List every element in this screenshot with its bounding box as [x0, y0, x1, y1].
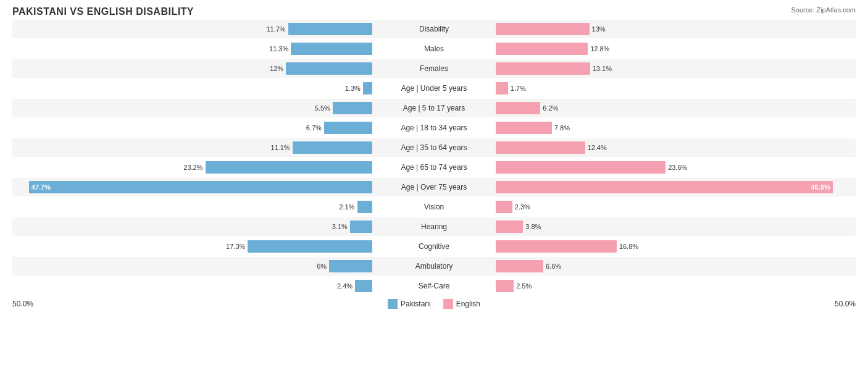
bar-english: [496, 260, 543, 272]
value-pakistani: 5.5%: [315, 104, 330, 112]
value-pakistani: 11.7%: [266, 25, 285, 33]
bar-english: 46.8%: [496, 181, 833, 193]
bar-pakistani: [248, 240, 372, 253]
table-row: 6.7%Age | 18 to 34 years7.8%: [12, 119, 856, 137]
value-english: 16.8%: [619, 243, 638, 250]
legend-english-box: [443, 299, 453, 309]
value-english: 2.5%: [516, 282, 532, 290]
table-row: 47.7%Age | Over 75 years46.8%: [12, 178, 856, 196]
value-pakistani: 23.2%: [183, 164, 202, 171]
scale-left: 50.0%: [12, 300, 33, 308]
bar-label: Disability: [372, 25, 496, 33]
bar-english: [496, 220, 523, 233]
chart-area: 11.7%Disability13%11.3%Males12.8%12%Fema…: [12, 20, 856, 295]
bar-pakistani: [288, 23, 372, 35]
bar-english: [496, 122, 552, 134]
bar-english: [496, 23, 590, 35]
bar-label: Vision: [372, 203, 496, 211]
legend-english-label: English: [456, 300, 480, 308]
bar-pakistani: 47.7%: [29, 181, 372, 193]
value-english: 6.6%: [546, 262, 561, 270]
value-english: 12.8%: [590, 45, 609, 52]
table-row: 5.5%Age | 5 to 17 years6.2%: [12, 99, 856, 117]
bar-english: [496, 62, 590, 75]
value-english: 46.8%: [811, 183, 830, 191]
table-row: 17.3%Cognitive16.8%: [12, 237, 856, 256]
legend-pakistani-box: [388, 299, 398, 309]
bar-label: Ambulatory: [372, 262, 496, 271]
source-label: Source: ZipAtlas.com: [791, 6, 856, 14]
value-pakistani: 47.7%: [31, 183, 51, 191]
value-pakistani: 2.4%: [337, 282, 353, 290]
value-english: 1.7%: [511, 85, 526, 92]
value-english: 2.3%: [515, 203, 530, 211]
table-row: 3.1%Hearing3.8%: [12, 217, 856, 236]
table-row: 1.3%Age | Under 5 years1.7%: [12, 79, 856, 98]
bar-label: Self-Care: [372, 282, 496, 290]
chart-footer: 50.0% Pakistani English 50.0%: [12, 299, 856, 309]
value-english: 6.2%: [543, 104, 558, 112]
value-pakistani: 3.1%: [332, 223, 348, 230]
bar-english: [496, 161, 666, 174]
bar-pakistani: [350, 220, 372, 233]
bar-english: [496, 240, 617, 253]
bar-english: [496, 82, 508, 94]
table-row: 6%Ambulatory6.6%: [12, 257, 856, 275]
value-pakistani: 1.3%: [345, 85, 361, 92]
bar-label: Males: [372, 44, 496, 53]
bar-label: Age | Over 75 years: [372, 183, 496, 191]
value-english: 13%: [592, 25, 606, 33]
value-english: 13.1%: [593, 65, 612, 72]
value-pakistani: 6.7%: [306, 124, 322, 132]
bar-pakistani: [357, 201, 372, 213]
value-pakistani: 17.3%: [226, 243, 245, 250]
bar-label: Age | Under 5 years: [372, 84, 496, 93]
bar-pakistani: [355, 280, 372, 292]
bar-label: Cognitive: [372, 242, 496, 251]
legend-pakistani: Pakistani: [388, 299, 431, 309]
bar-pakistani: [291, 43, 372, 55]
bar-pakistani: [329, 260, 372, 272]
table-row: 11.3%Males12.8%: [12, 40, 856, 58]
bar-label: Females: [372, 64, 496, 73]
bar-pakistani: [324, 122, 372, 134]
bar-pakistani: [286, 62, 372, 75]
value-english: 23.6%: [668, 164, 687, 171]
legend: Pakistani English: [388, 299, 480, 309]
chart-title: PAKISTANI VS ENGLISH DISABILITY: [12, 6, 856, 17]
bar-label: Age | 5 to 17 years: [372, 104, 496, 112]
table-row: 2.1%Vision2.3%: [12, 198, 856, 216]
table-row: 11.1%Age | 35 to 64 years12.4%: [12, 138, 856, 157]
value-pakistani: 6%: [317, 262, 327, 270]
legend-pakistani-label: Pakistani: [401, 300, 431, 308]
bar-pakistani: [293, 141, 372, 154]
bar-pakistani: [333, 102, 372, 114]
value-english: 3.8%: [525, 223, 541, 230]
value-pakistani: 12%: [270, 65, 283, 72]
table-row: 23.2%Age | 65 to 74 years23.6%: [12, 158, 856, 177]
bar-pakistani: [206, 161, 373, 174]
scale-right: 50.0%: [835, 300, 856, 308]
value-pakistani: 11.1%: [270, 144, 290, 151]
bar-english: [496, 201, 512, 213]
bar-english: [496, 280, 514, 292]
bar-label: Hearing: [372, 222, 496, 231]
bar-english: [496, 43, 588, 55]
table-row: 12%Females13.1%: [12, 59, 856, 78]
table-row: 2.4%Self-Care2.5%: [12, 277, 856, 295]
legend-english: English: [443, 299, 480, 309]
bar-label: Age | 18 to 34 years: [372, 124, 496, 132]
bar-english: [496, 141, 585, 154]
bar-label: Age | 35 to 64 years: [372, 143, 496, 152]
value-pakistani: 11.3%: [269, 45, 288, 52]
bar-english: [496, 102, 540, 114]
table-row: 11.7%Disability13%: [12, 20, 856, 38]
bar-label: Age | 65 to 74 years: [372, 163, 496, 172]
bar-pakistani: [363, 82, 372, 94]
chart-container: PAKISTANI VS ENGLISH DISABILITY Source: …: [0, 0, 868, 378]
value-english: 12.4%: [588, 144, 607, 151]
value-english: 7.8%: [554, 124, 570, 132]
value-pakistani: 2.1%: [339, 203, 354, 211]
